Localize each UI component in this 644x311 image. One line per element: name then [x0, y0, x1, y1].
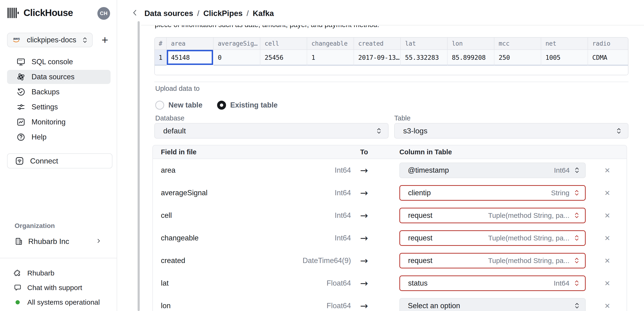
- table-cell[interactable]: 1005: [541, 50, 588, 66]
- settings-icon: [16, 102, 26, 112]
- breadcrumb-item-kafka[interactable]: Kafka: [253, 9, 274, 18]
- sidebar: ClickHouse CH aws clickpipes-docs + SQL …: [0, 0, 117, 311]
- status-dot: [14, 298, 22, 306]
- sidebar-item-label: Settings: [32, 103, 58, 111]
- remove-mapping-button[interactable]: ✕: [599, 302, 615, 310]
- table-cell[interactable]: 55.332283: [401, 50, 448, 66]
- table-select[interactable]: s3-logs: [394, 123, 628, 138]
- field-name: lon: [161, 302, 170, 310]
- brand-title: ClickHouse: [24, 8, 73, 18]
- table-cell[interactable]: 85.899208: [448, 50, 494, 66]
- arrow-right-icon: →: [354, 255, 374, 266]
- table-cell[interactable]: 250: [494, 50, 541, 66]
- column-type: String: [551, 189, 570, 197]
- remove-mapping-button[interactable]: ✕: [599, 279, 615, 288]
- field-mapping-table: Field in file To Column in Table areaInt…: [152, 145, 627, 311]
- column-select-value: request: [408, 256, 488, 265]
- status-dot: [16, 300, 20, 304]
- table-value: s3-logs: [403, 126, 616, 135]
- footer-item-label: Rhubarb: [27, 269, 54, 277]
- remove-mapping-button[interactable]: ✕: [599, 212, 615, 220]
- sidebar-item-sql-console[interactable]: SQL console: [7, 55, 110, 69]
- vertical-scrollbar[interactable]: [138, 21, 140, 311]
- back-button[interactable]: [131, 8, 139, 18]
- organization-selector[interactable]: Rhubarb Inc: [14, 235, 109, 248]
- field-type: Int64: [256, 234, 351, 242]
- field-type: Int64: [256, 211, 351, 220]
- table-cell[interactable]: 0: [214, 50, 260, 66]
- column-select[interactable]: clientipString: [400, 185, 586, 201]
- column-select-value: Select an option: [408, 302, 574, 310]
- mapping-row-lon: lonFloat64→Select an option✕: [153, 294, 626, 311]
- user-avatar[interactable]: CH: [98, 7, 110, 20]
- table-cell[interactable]: 25456: [260, 50, 307, 66]
- sidebar-item-monitoring[interactable]: Monitoring: [7, 115, 110, 129]
- chevron-updown-icon: [574, 166, 580, 174]
- mapping-header: Field in file To Column in Table: [153, 146, 626, 159]
- mapping-row-area: areaInt64→@timestampInt64✕: [153, 159, 626, 182]
- sidebar-item-backups[interactable]: Backups: [7, 85, 110, 99]
- remove-mapping-button[interactable]: ✕: [599, 189, 615, 197]
- table-cell[interactable]: 1: [307, 50, 354, 66]
- sidebar-item-data-sources[interactable]: Data sources: [7, 70, 110, 84]
- building-icon: [14, 237, 23, 246]
- table-cell[interactable]: CDMA: [588, 50, 628, 66]
- sidebar-nav: SQL consoleData sourcesBackupsSettingsMo…: [7, 55, 110, 145]
- column-select-value: @timestamp: [408, 166, 554, 174]
- chevron-updown-icon: [82, 36, 88, 44]
- to-header: To: [354, 148, 374, 156]
- connect-button[interactable]: Connect: [7, 154, 112, 168]
- database-value: default: [163, 126, 376, 135]
- workspace-selector[interactable]: aws clickpipes-docs: [7, 33, 93, 47]
- selected-cell[interactable]: 45148: [167, 50, 214, 66]
- sidebar-item-help[interactable]: Help: [7, 130, 110, 144]
- column-type: Int64: [554, 279, 570, 287]
- database-select[interactable]: default: [154, 123, 388, 138]
- column-select[interactable]: @timestampInt64: [400, 162, 586, 178]
- field-name: changeable: [161, 234, 198, 242]
- puzzle-icon: [14, 269, 22, 277]
- remove-mapping-button[interactable]: ✕: [599, 257, 615, 265]
- field-in-file-header: Field in file: [161, 148, 196, 156]
- column-select[interactable]: statusInt64: [400, 276, 586, 291]
- column-header-lon: lon: [448, 38, 494, 50]
- remove-mapping-button[interactable]: ✕: [599, 234, 615, 242]
- remove-mapping-button[interactable]: ✕: [599, 166, 615, 174]
- breadcrumb-item-data-sources[interactable]: Data sources: [144, 9, 193, 18]
- footer-item-rhubarb[interactable]: Rhubarb: [14, 266, 112, 280]
- column-header-net: net: [541, 38, 588, 50]
- sidebar-item-settings[interactable]: Settings: [7, 100, 110, 114]
- field-name: created: [161, 256, 185, 265]
- mapping-row-cell: cellInt64→requestTuple(method String, pa…: [153, 204, 626, 227]
- column-select[interactable]: requestTuple(method String, pa...: [400, 208, 586, 223]
- sidebar-item-label: Backups: [32, 88, 60, 96]
- chevron-updown-icon: [574, 234, 579, 242]
- app: ClickHouse CH aws clickpipes-docs + SQL …: [0, 0, 644, 311]
- add-service-button[interactable]: +: [99, 33, 111, 46]
- breadcrumb-item-clickpipes[interactable]: ClickPipes: [203, 9, 242, 18]
- footer-item-label: Chat with support: [27, 284, 82, 292]
- connect-label: Connect: [30, 157, 58, 166]
- column-select[interactable]: requestTuple(method String, pa...: [400, 253, 586, 268]
- column-header-area: area: [167, 38, 214, 50]
- column-type: Tuple(method String, pa...: [488, 212, 570, 220]
- sidebar-divider: [0, 258, 117, 258]
- footer-item-chat-with-support[interactable]: Chat with support: [14, 280, 112, 295]
- field-type: DateTime64(9): [256, 256, 351, 265]
- organization-section-label: Organization: [14, 222, 55, 230]
- radio-new-table[interactable]: [155, 101, 164, 110]
- breadcrumb-separator: /: [246, 9, 248, 18]
- arrow-right-icon: →: [354, 300, 374, 311]
- connect-icon: [15, 156, 24, 166]
- column-select[interactable]: Select an option: [400, 298, 586, 311]
- field-name: averageSignal: [161, 189, 208, 197]
- radio-existing-table[interactable]: [217, 101, 226, 110]
- column-select-value: request: [408, 234, 488, 242]
- chat-icon: [14, 284, 22, 292]
- column-type: Int64: [554, 166, 570, 174]
- footer-item-all-systems-operational[interactable]: All systems operational: [14, 295, 112, 310]
- mapping-rows: areaInt64→@timestampInt64✕averageSignalI…: [153, 159, 626, 311]
- upload-target-radios: New tableExisting table: [155, 100, 278, 110]
- column-select[interactable]: requestTuple(method String, pa...: [400, 230, 586, 246]
- table-cell[interactable]: 2017-09-13…: [354, 50, 401, 66]
